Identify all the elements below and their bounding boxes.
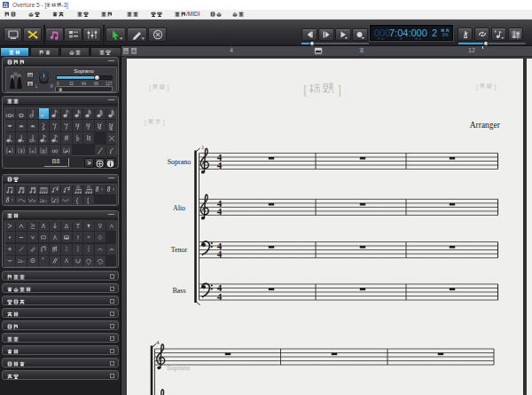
svg-text:Arranger: Arranger [470, 121, 501, 130]
svg-text:Bass: Bass [172, 287, 185, 295]
svg-text:]: ] [337, 83, 341, 97]
svg-text:[: [ [476, 83, 479, 91]
svg-text:[: [ [149, 84, 152, 92]
svg-text:]: ] [162, 119, 165, 127]
svg-text:[: [ [145, 119, 147, 127]
svg-text:’: ’ [43, 257, 45, 265]
svg-text:4: 4 [217, 160, 223, 170]
svg-text:2a: 2a [40, 197, 45, 202]
svg-text:Soprano: Soprano [167, 365, 191, 372]
svg-text:8: 8 [96, 186, 99, 194]
svg-text:8: 8 [107, 186, 111, 194]
svg-text:8: 8 [6, 197, 10, 204]
svg-text:[: [ [88, 196, 90, 204]
svg-text:4: 4 [156, 339, 160, 346]
svg-text:Alto: Alto [173, 204, 185, 212]
svg-text:Tenor: Tenor [171, 246, 188, 254]
svg-text:]: ] [494, 83, 497, 91]
svg-text:2a: 2a [18, 258, 23, 264]
svg-text:1: 1 [201, 144, 205, 151]
svg-text:[: [ [303, 83, 308, 97]
svg-text:4: 4 [217, 291, 223, 302]
svg-text:{: { [75, 196, 78, 204]
svg-text:]: ] [167, 84, 169, 92]
svg-text:4: 4 [217, 206, 223, 217]
svg-text:4: 4 [217, 249, 223, 259]
svg-text:Soprano: Soprano [168, 158, 192, 166]
